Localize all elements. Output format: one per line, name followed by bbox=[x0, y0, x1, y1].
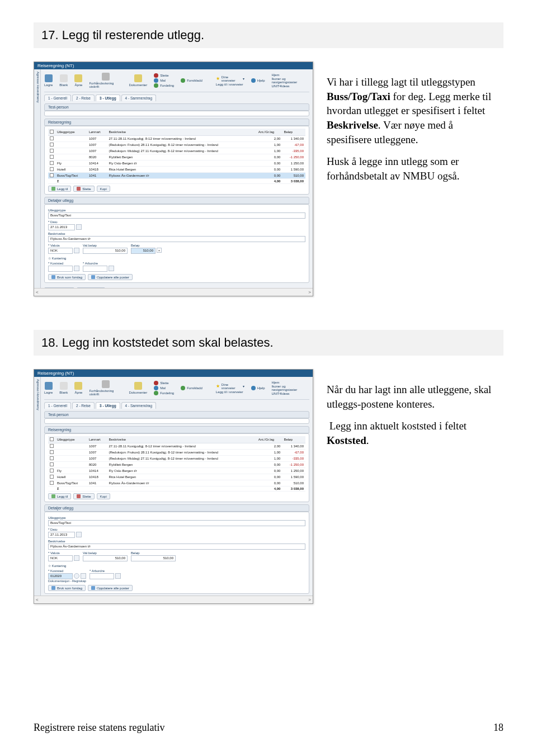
search-icon[interactable] bbox=[74, 573, 79, 579]
valuta-field[interactable]: NOK bbox=[48, 555, 73, 561]
arbordre-lookup-icon[interactable] bbox=[109, 266, 114, 271]
tab-sammendrag[interactable]: 4 - Sammendrag bbox=[121, 94, 156, 101]
table-row[interactable]: Fly10414Fly Oslo-Bergen t/r0,001 250,00 bbox=[48, 160, 305, 167]
tool-blank[interactable]: Blank bbox=[59, 382, 68, 394]
tool-lagre[interactable]: Lagre bbox=[44, 74, 53, 87]
select-all-checkbox[interactable] bbox=[50, 437, 54, 441]
row-checkbox[interactable] bbox=[50, 481, 54, 485]
utleggstype-field[interactable]: Buss/Tog/Taxi bbox=[48, 520, 305, 526]
section-testperson[interactable]: Test-person bbox=[44, 411, 309, 418]
btn-slette[interactable]: Slette bbox=[73, 186, 94, 192]
tool-dokumenter[interactable]: Dokumenter bbox=[129, 74, 147, 87]
tool-slette[interactable]: Slette bbox=[154, 73, 174, 78]
koststed-field[interactable]: 012020 bbox=[48, 573, 73, 579]
belop-field[interactable]: 510,00 bbox=[131, 555, 176, 561]
utleggstype-field[interactable]: Buss/Tog/Taxi bbox=[48, 212, 305, 219]
clear-icon[interactable]: × bbox=[157, 248, 162, 253]
table-row[interactable]: Buss/Tog/Taxi1041Flybuss Ås-Gardermoen t… bbox=[48, 173, 305, 179]
btn-leggtil[interactable]: Legg til bbox=[48, 186, 71, 192]
btn-bruk-forslag[interactable]: Bruk som forslag bbox=[48, 585, 86, 591]
tool-fordeling[interactable]: Fordeling bbox=[154, 391, 174, 395]
row-checkbox[interactable] bbox=[50, 136, 54, 140]
calendar-icon[interactable] bbox=[76, 532, 82, 537]
tool-apne[interactable]: Åpne bbox=[74, 74, 82, 87]
tool-forhand[interactable]: Forhåndsvisning utskrift bbox=[89, 380, 122, 396]
btn-oppdatere[interactable]: Oppdatere alle poster bbox=[88, 274, 133, 280]
tool-forhand[interactable]: Forhåndsvisning utskrift bbox=[89, 73, 122, 88]
btn-kopi[interactable]: Kopi bbox=[97, 493, 110, 499]
valuta-lookup-icon[interactable] bbox=[74, 248, 79, 253]
tool-dokumenter[interactable]: Dokumenter bbox=[129, 382, 147, 394]
section-kontering[interactable]: ☆ Kontering bbox=[48, 564, 305, 568]
table-row[interactable]: Fly10414Fly Oslo-Bergen t/r0,001 250,00 bbox=[48, 468, 305, 474]
tool-ikoner[interactable]: Ikoner og navigeringstaster bbox=[272, 385, 309, 391]
tool-hjelp[interactable]: Hjelp bbox=[251, 386, 265, 390]
table-row[interactable]: 100727.11-28.11 Kostgodtgj. 8-12 timer m… bbox=[48, 136, 305, 142]
koststed-lookup-icon[interactable] bbox=[81, 573, 86, 579]
tool-mal[interactable]: Mal bbox=[154, 78, 174, 83]
tool-blank[interactable]: Blank bbox=[59, 74, 68, 87]
belop-field[interactable]: 510,00 bbox=[131, 248, 156, 254]
btn-oppdatere[interactable]: Oppdatere alle poster bbox=[88, 585, 133, 591]
table-row[interactable]: Hotell10418Rica Hotel Bergen0,001 590,00 bbox=[48, 167, 305, 173]
tab-reise[interactable]: 2 - Reise bbox=[72, 94, 95, 101]
row-checkbox[interactable] bbox=[50, 143, 54, 147]
row-checkbox[interactable] bbox=[50, 450, 54, 454]
tool-hjem[interactable]: Hjem bbox=[272, 381, 309, 384]
tool-unit4[interactable]: UNIT4Ideas bbox=[272, 392, 309, 395]
scroll-left-icon[interactable]: < bbox=[36, 290, 39, 295]
valbelop-field[interactable]: 510,00 bbox=[83, 248, 128, 254]
row-checkbox[interactable] bbox=[50, 173, 54, 177]
section-testperson[interactable]: Test-person bbox=[44, 103, 309, 111]
dato-field[interactable]: 27.11.2013 bbox=[48, 532, 75, 538]
tool-hjelp[interactable]: Hjelp bbox=[251, 78, 265, 83]
side-menu-label[interactable]: Agresso Hovedmeny bbox=[34, 377, 41, 596]
tool-ikoner[interactable]: Ikoner og navigeringstaster bbox=[272, 77, 309, 84]
arbordre-lookup-icon[interactable] bbox=[115, 573, 121, 579]
row-checkbox[interactable] bbox=[50, 161, 54, 165]
arbordre-field[interactable] bbox=[90, 573, 114, 579]
valbelop-field[interactable]: 510,00 bbox=[83, 555, 128, 561]
beskrivelse-field[interactable]: Flybuss Ås-Gardermoen t/r bbox=[48, 544, 305, 550]
tool-hjem[interactable]: Hjem bbox=[272, 73, 309, 77]
scroll-right-icon[interactable]: > bbox=[308, 597, 311, 602]
tab-utlegg[interactable]: 3 - Utlegg bbox=[96, 402, 120, 409]
tool-mal[interactable]: Mal bbox=[154, 386, 174, 390]
tool-dine-snarveier[interactable]: ★Dine snarveier▾ bbox=[216, 383, 244, 390]
row-checkbox[interactable] bbox=[50, 149, 54, 153]
btn-bruk-forslag[interactable]: Bruk som forslag bbox=[48, 274, 86, 280]
select-all-checkbox[interactable] bbox=[50, 130, 54, 134]
scroll-left-icon[interactable]: < bbox=[36, 597, 39, 602]
row-checkbox[interactable] bbox=[50, 155, 54, 159]
row-checkbox[interactable] bbox=[50, 456, 54, 460]
tool-apne[interactable]: Åpne bbox=[74, 382, 82, 394]
row-checkbox[interactable] bbox=[50, 475, 54, 479]
row-checkbox[interactable] bbox=[50, 444, 54, 448]
koststed-field[interactable] bbox=[48, 266, 73, 272]
table-row[interactable]: Buss/Tog/Taxi1041Flybuss Ås-Gardermoen t… bbox=[48, 480, 305, 486]
tool-forsikladd[interactable]: Forsikladd bbox=[181, 78, 202, 83]
table-row[interactable]: 8020Flybillett Bergen0,00-1 250,00 bbox=[48, 154, 305, 160]
dato-field[interactable]: 27.11.2013 bbox=[48, 224, 75, 230]
tab-sammendrag[interactable]: 4 - Sammendrag bbox=[121, 402, 156, 409]
tool-forsikladd[interactable]: Forsikladd bbox=[181, 386, 202, 390]
beskrivelse-field[interactable]: Flybuss Ås-Gardermoen t/r bbox=[48, 236, 305, 242]
section-kontering[interactable]: ☆ Kontering bbox=[48, 256, 305, 260]
table-row[interactable]: Hotell10418Rica Hotel Bergen0,001 590,00 bbox=[48, 474, 305, 480]
row-checkbox[interactable] bbox=[50, 469, 54, 472]
table-row[interactable]: 1007(Reduksjon: Frokost) 28.11 Kostgodtg… bbox=[48, 450, 305, 456]
scrollbar[interactable]: <> bbox=[34, 596, 313, 603]
tool-leggtil-snarveier[interactable]: Legg til i snarveier bbox=[216, 390, 244, 394]
btn-slette[interactable]: Slette bbox=[73, 493, 94, 499]
tab-reise[interactable]: 2 - Reise bbox=[72, 402, 95, 409]
tab-utlegg[interactable]: 3 - Utlegg bbox=[96, 94, 120, 101]
table-row[interactable]: 100727.11-28.11 Kostgodtgj. 8-12 timer m… bbox=[48, 443, 305, 450]
calendar-icon[interactable] bbox=[76, 224, 82, 230]
koststed-lookup-icon[interactable] bbox=[74, 266, 79, 271]
table-row[interactable]: 1007(Reduksjon: Frokost) 28.11 Kostgodtg… bbox=[48, 142, 305, 148]
tool-leggtil-snarveier[interactable]: Legg til i snarveier bbox=[216, 83, 244, 86]
table-row[interactable]: 8020Flybillett Bergen0,00-1 250,00 bbox=[48, 462, 305, 468]
row-checkbox[interactable] bbox=[50, 462, 54, 466]
scrollbar[interactable]: <> bbox=[34, 288, 313, 296]
tool-slette[interactable]: Slette bbox=[154, 381, 174, 385]
